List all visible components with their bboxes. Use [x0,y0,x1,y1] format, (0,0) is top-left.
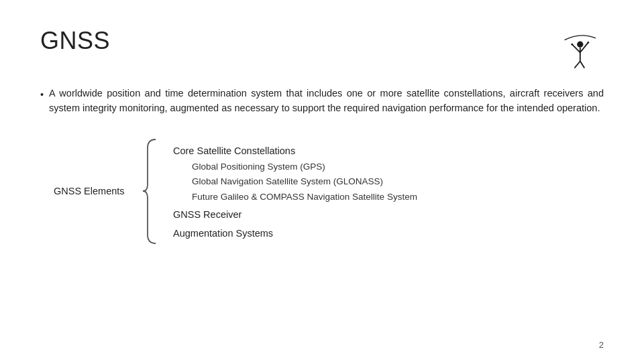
gnss-elements-section: GNSS Elements Core Satellite Constellati… [40,136,604,247]
slide: GNSS [0,0,644,362]
core-satellite-label: Core Satellite Constellations [173,143,417,160]
bracket-icon [141,136,161,247]
bracket [141,136,161,247]
logo-icon [545,29,602,72]
gnss-elements-label: GNSS Elements [54,136,141,247]
augmentation-systems-label: Augmentation Systems [173,226,417,242]
bullet-item: • A worldwide position and time determin… [40,86,604,116]
svg-line-4 [580,61,584,68]
svg-point-5 [577,41,583,47]
glonass-item: Global Navigation Satellite System (GLON… [173,174,417,189]
slide-title: GNSS [40,27,110,55]
bullet-text: A worldwide position and time determinat… [49,86,604,116]
svg-point-7 [587,42,589,44]
slide-header: GNSS [40,27,604,74]
svg-point-6 [571,43,573,45]
logo [543,27,604,74]
bullet-dot: • [40,87,44,116]
svg-line-3 [574,61,580,68]
right-content: Core Satellite Constellations Global Pos… [173,136,417,247]
page-number: 2 [599,340,604,350]
gnss-receiver-label: GNSS Receiver [173,207,417,223]
bullet-section: • A worldwide position and time determin… [40,86,604,116]
gps-item: Global Positioning System (GPS) [173,160,417,174]
galileo-item: Future Galileo & COMPASS Navigation Sate… [173,190,417,204]
